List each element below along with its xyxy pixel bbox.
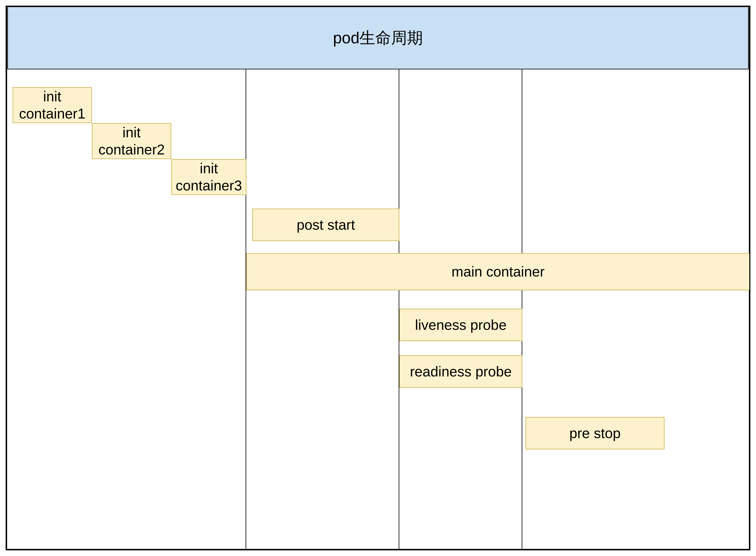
pre-stop-label: pre stop	[569, 425, 621, 442]
init-container-1-label: initcontainer1	[19, 88, 85, 122]
main-container-label: main container	[452, 263, 545, 280]
pre-stop-box: pre stop	[525, 417, 665, 449]
init-container-3-box: initcontainer3	[171, 159, 247, 195]
liveness-probe-box: liveness probe	[399, 309, 522, 341]
title-text: pod生命周期	[333, 27, 423, 49]
main-container-box: main container	[246, 253, 749, 290]
title-bar: pod生命周期	[7, 7, 749, 69]
init-container-1-box: initcontainer1	[12, 87, 92, 123]
readiness-probe-label: readiness probe	[410, 363, 512, 380]
post-start-box: post start	[252, 209, 399, 241]
init-container-2-label: initcontainer2	[98, 124, 165, 158]
readiness-probe-box: readiness probe	[399, 355, 522, 388]
vline-1	[245, 69, 246, 549]
post-start-label: post start	[297, 216, 355, 234]
init-container-2-box: initcontainer2	[92, 123, 171, 159]
init-container-3-label: initcontainer3	[176, 160, 242, 194]
liveness-probe-label: liveness probe	[415, 316, 506, 334]
